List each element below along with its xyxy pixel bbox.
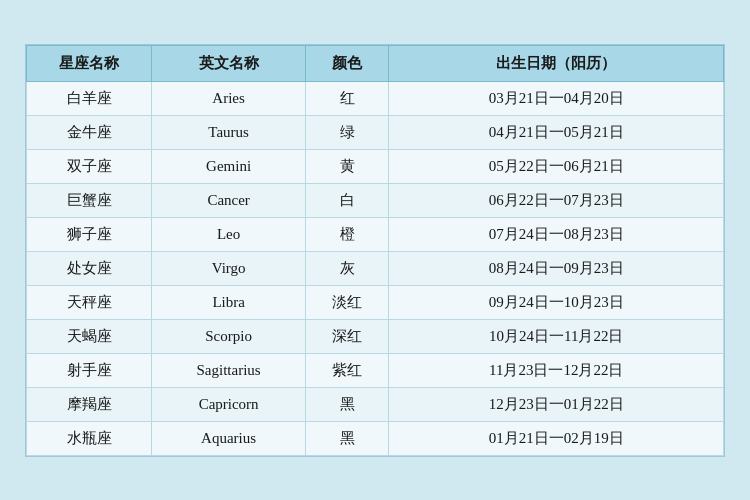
cell-chinese: 双子座 (27, 149, 152, 183)
cell-english: Taurus (152, 115, 305, 149)
table-row: 双子座Gemini黄05月22日一06月21日 (27, 149, 724, 183)
cell-color: 紫红 (305, 353, 389, 387)
cell-chinese: 金牛座 (27, 115, 152, 149)
cell-color: 红 (305, 81, 389, 115)
cell-english: Virgo (152, 251, 305, 285)
cell-english: Capricorn (152, 387, 305, 421)
zodiac-table: 星座名称 英文名称 颜色 出生日期（阳历） 白羊座Aries红03月21日一04… (26, 45, 724, 456)
zodiac-table-container: 星座名称 英文名称 颜色 出生日期（阳历） 白羊座Aries红03月21日一04… (25, 44, 725, 457)
cell-chinese: 射手座 (27, 353, 152, 387)
table-row: 水瓶座Aquarius黑01月21日一02月19日 (27, 421, 724, 455)
header-chinese: 星座名称 (27, 45, 152, 81)
table-header-row: 星座名称 英文名称 颜色 出生日期（阳历） (27, 45, 724, 81)
cell-chinese: 巨蟹座 (27, 183, 152, 217)
table-body: 白羊座Aries红03月21日一04月20日金牛座Taurus绿04月21日一0… (27, 81, 724, 455)
cell-color: 黄 (305, 149, 389, 183)
cell-chinese: 天秤座 (27, 285, 152, 319)
cell-date: 07月24日一08月23日 (389, 217, 724, 251)
table-row: 摩羯座Capricorn黑12月23日一01月22日 (27, 387, 724, 421)
cell-date: 08月24日一09月23日 (389, 251, 724, 285)
cell-color: 黑 (305, 421, 389, 455)
table-row: 处女座Virgo灰08月24日一09月23日 (27, 251, 724, 285)
table-row: 巨蟹座Cancer白06月22日一07月23日 (27, 183, 724, 217)
cell-english: Aquarius (152, 421, 305, 455)
cell-chinese: 狮子座 (27, 217, 152, 251)
cell-date: 10月24日一11月22日 (389, 319, 724, 353)
cell-english: Aries (152, 81, 305, 115)
cell-chinese: 天蝎座 (27, 319, 152, 353)
cell-chinese: 水瓶座 (27, 421, 152, 455)
cell-date: 05月22日一06月21日 (389, 149, 724, 183)
cell-chinese: 处女座 (27, 251, 152, 285)
cell-chinese: 白羊座 (27, 81, 152, 115)
cell-date: 06月22日一07月23日 (389, 183, 724, 217)
cell-chinese: 摩羯座 (27, 387, 152, 421)
cell-color: 深红 (305, 319, 389, 353)
cell-english: Libra (152, 285, 305, 319)
cell-english: Sagittarius (152, 353, 305, 387)
cell-date: 11月23日一12月22日 (389, 353, 724, 387)
header-english: 英文名称 (152, 45, 305, 81)
cell-english: Cancer (152, 183, 305, 217)
cell-color: 橙 (305, 217, 389, 251)
table-row: 天蝎座Scorpio深红10月24日一11月22日 (27, 319, 724, 353)
cell-color: 灰 (305, 251, 389, 285)
cell-color: 黑 (305, 387, 389, 421)
table-row: 金牛座Taurus绿04月21日一05月21日 (27, 115, 724, 149)
table-row: 狮子座Leo橙07月24日一08月23日 (27, 217, 724, 251)
cell-color: 绿 (305, 115, 389, 149)
cell-date: 09月24日一10月23日 (389, 285, 724, 319)
cell-date: 12月23日一01月22日 (389, 387, 724, 421)
cell-english: Leo (152, 217, 305, 251)
cell-date: 04月21日一05月21日 (389, 115, 724, 149)
header-color: 颜色 (305, 45, 389, 81)
table-row: 射手座Sagittarius紫红11月23日一12月22日 (27, 353, 724, 387)
cell-english: Gemini (152, 149, 305, 183)
cell-color: 白 (305, 183, 389, 217)
cell-date: 03月21日一04月20日 (389, 81, 724, 115)
table-row: 白羊座Aries红03月21日一04月20日 (27, 81, 724, 115)
header-date: 出生日期（阳历） (389, 45, 724, 81)
table-row: 天秤座Libra淡红09月24日一10月23日 (27, 285, 724, 319)
cell-english: Scorpio (152, 319, 305, 353)
cell-date: 01月21日一02月19日 (389, 421, 724, 455)
cell-color: 淡红 (305, 285, 389, 319)
